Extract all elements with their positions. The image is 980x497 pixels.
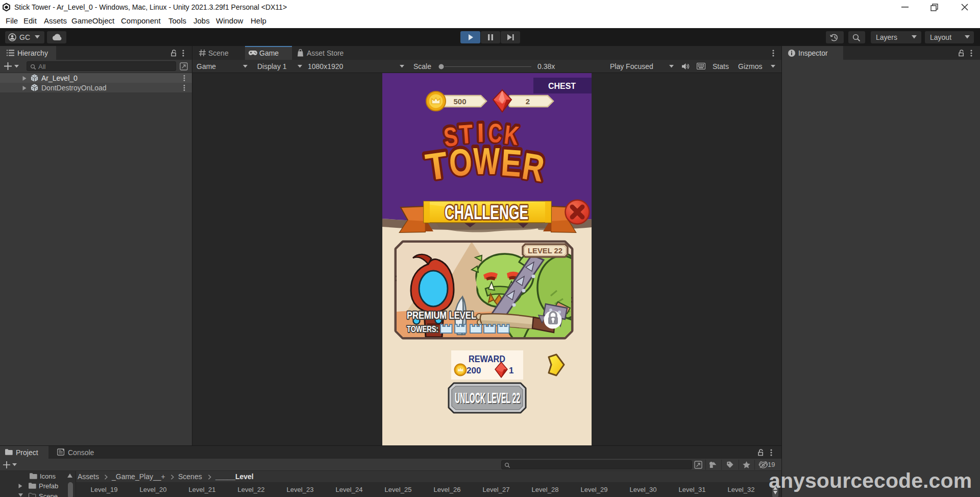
svg-text:500: 500 [453, 97, 466, 106]
svg-text:2: 2 [526, 97, 530, 106]
svg-text:200: 200 [467, 366, 481, 375]
svg-text:O: O [448, 140, 474, 184]
svg-text:W: W [473, 140, 500, 182]
svg-text:TOWERS:: TOWERS: [407, 325, 438, 334]
svg-text:PREMIUM LEVEL: PREMIUM LEVEL [407, 309, 476, 321]
svg-text:CHEST: CHEST [548, 82, 576, 90]
svg-text:1: 1 [509, 366, 513, 375]
svg-text:LEVEL 22: LEVEL 22 [528, 246, 562, 255]
svg-text:CHALLENGE: CHALLENGE [445, 202, 528, 223]
svg-text:E: E [500, 141, 523, 185]
svg-text:UNLOCK LEVEL 22: UNLOCK LEVEL 22 [455, 389, 520, 406]
svg-text:REWARD: REWARD [469, 353, 505, 364]
